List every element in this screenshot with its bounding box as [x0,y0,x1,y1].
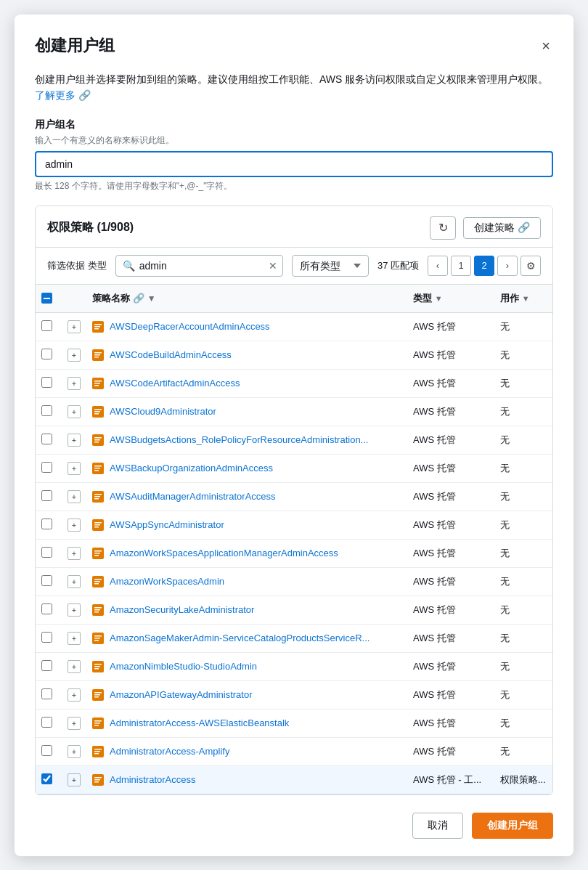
row-name-cell: AdministratorAccess-AWSElasticBeanstalk [86,709,407,737]
row-checkbox-cell [36,567,62,595]
expand-button[interactable]: + [68,745,81,758]
policy-name-link[interactable]: AmazonAPIGatewayAdministrator [110,689,253,700]
expand-button[interactable]: + [68,490,81,503]
row-checkbox[interactable] [41,745,52,756]
policy-section-title: 权限策略 (1/908) [47,220,134,235]
expand-button[interactable]: + [68,632,81,645]
row-action-cell: 无 [494,737,552,765]
deselect-all-button[interactable] [41,293,52,304]
row-checkbox-cell [36,595,62,624]
row-name-cell: AWSCodeArtifactAdminAccess [86,369,407,397]
prev-page-button[interactable]: ‹ [428,256,448,276]
row-type-cell: AWS 托管 [407,652,494,680]
policy-name-link[interactable]: AWSBudgetsActions_RolePolicyForResourceA… [110,434,368,445]
expand-button[interactable]: + [68,688,81,702]
row-checkbox[interactable] [41,462,52,473]
row-action-cell: 无 [494,454,552,482]
row-action-cell: 无 [494,624,552,652]
row-type-cell: AWS 托管 [407,341,494,369]
svg-rect-51 [94,668,99,670]
table-row: + AWSCodeArtifactAdminAccessAWS 托管无 [36,369,552,397]
expand-button[interactable]: + [68,377,81,390]
policy-name-link[interactable]: AmazonSageMakerAdmin-ServiceCatalogProdu… [110,633,369,643]
svg-rect-33 [94,550,102,552]
cancel-button[interactable]: 取消 [412,813,463,839]
pagination: ‹ 1 2 › ⚙ [428,256,541,276]
policy-name-link[interactable]: AdministratorAccess [110,774,195,785]
svg-rect-66 [94,779,100,781]
policy-name-link[interactable]: AdministratorAccess-Amplify [110,746,229,757]
create-user-group-button[interactable]: 创建用户组 [472,813,553,839]
svg-rect-54 [94,694,100,696]
learn-more-link[interactable]: 了解更多 🔗 [35,89,91,101]
policy-icon [92,576,104,588]
expand-button[interactable]: + [68,603,81,617]
row-checkbox[interactable] [41,349,52,359]
svg-rect-47 [94,640,99,641]
policy-name-link[interactable]: AmazonWorkSpacesApplicationManagerAdminA… [110,548,338,558]
col-header-expand [62,285,86,313]
policy-name-link[interactable]: AdministratorAccess-AWSElasticBeanstalk [110,717,289,728]
policy-name-link[interactable]: AWSAuditManagerAdministratorAccess [110,491,276,502]
refresh-button[interactable]: ↻ [430,216,456,240]
policy-name-link[interactable]: AWSAppSyncAdministrator [110,519,224,530]
close-button[interactable]: × [539,36,553,56]
policy-name-link[interactable]: AmazonSecurityLakeAdministrator [110,604,254,615]
row-checkbox[interactable] [41,434,52,444]
row-checkbox[interactable] [41,405,52,416]
row-expand-cell: + [62,680,86,709]
svg-rect-22 [94,468,100,469]
row-checkbox[interactable] [41,377,52,388]
policy-name-link[interactable]: AWSDeepRacerAccountAdminAccess [110,321,270,332]
expand-button[interactable]: + [68,434,81,447]
table-row: + AdministratorAccess-AWSElasticBeanstal… [36,709,552,737]
sort-icon: ▼ [147,293,156,304]
expand-button[interactable]: + [68,773,81,786]
row-checkbox[interactable] [41,688,52,699]
row-checkbox-cell [36,397,62,426]
expand-button[interactable]: + [68,462,81,475]
row-checkbox[interactable] [41,547,52,558]
type-filter-select[interactable]: 所有类型 AWS 托管 客户托管 内联策略 [292,255,369,277]
row-type-cell: AWS 托管 [407,426,494,454]
expand-button[interactable]: + [68,575,81,588]
row-checkbox[interactable] [41,717,52,728]
table-row: + AdministratorAccess-AmplifyAWS 托管无 [36,737,552,765]
table-settings-button[interactable]: ⚙ [520,256,541,276]
row-checkbox[interactable] [41,603,52,614]
next-page-button[interactable]: › [497,256,518,276]
search-input[interactable] [115,255,283,277]
policy-name-link[interactable]: AWSCodeArtifactAdminAccess [110,378,240,389]
policy-name-link[interactable]: AmazonWorkSpacesAdmin [110,576,224,587]
expand-button[interactable]: + [68,519,81,532]
expand-button[interactable]: + [68,320,81,333]
page-2-button[interactable]: 2 [474,256,494,276]
policy-icon [92,717,104,729]
search-clear-button[interactable]: ✕ [269,261,277,271]
row-checkbox[interactable] [41,490,52,501]
row-checkbox[interactable] [41,320,52,331]
expand-button[interactable]: + [68,660,81,673]
expand-button[interactable]: + [68,349,81,362]
user-group-name-input[interactable] [35,151,553,177]
row-checkbox[interactable] [41,660,52,671]
row-checkbox[interactable] [41,519,52,529]
policy-icon [92,519,104,531]
row-checkbox[interactable] [41,575,52,586]
row-type-cell: AWS 托管 [407,595,494,624]
user-group-name-label: 用户组名 [35,118,553,131]
expand-button[interactable]: + [68,717,81,730]
svg-rect-42 [94,609,100,611]
expand-button[interactable]: + [68,547,81,560]
svg-rect-13 [94,409,102,410]
row-checkbox[interactable] [41,632,52,643]
policy-name-link[interactable]: AWSCloud9Administrator [110,406,216,417]
policy-name-link[interactable]: AmazonNimbleStudio-StudioAdmin [110,661,257,672]
row-checkbox-cell [36,369,62,397]
create-policy-button[interactable]: 创建策略 🔗 [463,217,541,239]
policy-name-link[interactable]: AWSCodeBuildAdminAccess [110,349,232,360]
expand-button[interactable]: + [68,405,81,418]
row-checkbox[interactable] [41,773,52,784]
policy-name-link[interactable]: AWSBackupOrganizationAdminAccess [110,463,273,473]
page-1-button[interactable]: 1 [451,256,471,276]
